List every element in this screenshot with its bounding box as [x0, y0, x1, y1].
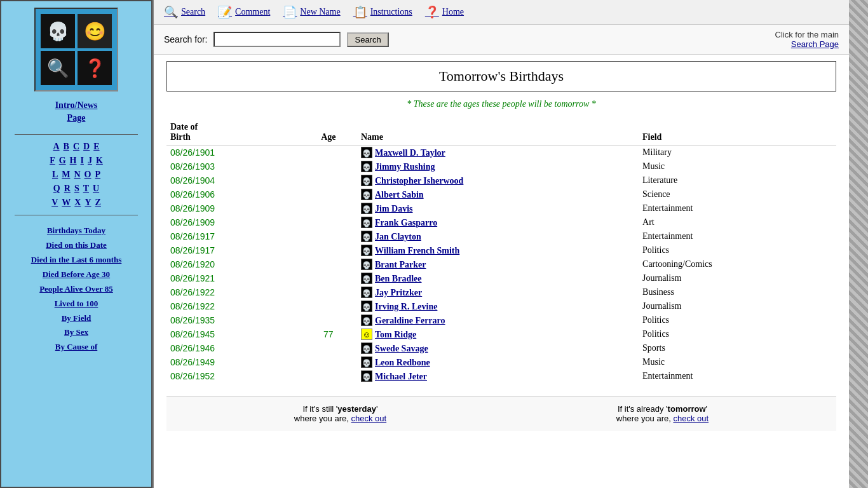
birthday-date: 08/26/1945 [166, 327, 300, 341]
footer-tomorrow-text: If it's already 'tomorrow'where you are,… [616, 404, 709, 423]
person-name-link[interactable]: Leon Redbone [375, 358, 430, 367]
sidebar-by-sex[interactable]: By Sex [64, 327, 88, 338]
alpha-G[interactable]: G [59, 156, 66, 166]
alpha-O[interactable]: O [85, 170, 92, 180]
skull-icon: 💀 [361, 245, 372, 256]
alpha-R[interactable]: R [64, 184, 71, 194]
sidebar-died-in-last-6-months[interactable]: Died in the Last 6 months [31, 255, 122, 266]
page-title: Tomorrow's Birthdays [439, 68, 564, 84]
nav-comment[interactable]: 📝 Comment [218, 5, 270, 19]
alpha-E[interactable]: E [93, 142, 99, 152]
table-row: 08/26/1917💀Jan ClaytonEntertainment [166, 229, 836, 243]
sidebar-by-field[interactable]: By Field [62, 313, 92, 324]
birthday-name-cell: 💀Geraldine Ferraro [357, 313, 639, 327]
birthday-table-body: 08/26/1901💀Maxwell D. TaylorMilitary08/2… [166, 146, 836, 384]
person-name-link[interactable]: Jim Davis [375, 204, 413, 214]
person-name-link[interactable]: William French Smith [375, 246, 459, 255]
birthday-field: Business [639, 285, 836, 299]
table-header-name: Name [357, 119, 639, 146]
table-row: 08/26/1921💀Ben BradleeJournalism [166, 271, 836, 285]
nav-instructions[interactable]: 📋 Instructions [353, 5, 412, 19]
alpha-J[interactable]: J [88, 156, 92, 166]
nav-home[interactable]: ❓ Home [425, 5, 464, 19]
person-name-link[interactable]: Brant Parker [375, 260, 426, 269]
sidebar-by-cause-of[interactable]: By Cause of [55, 342, 97, 353]
alpha-U[interactable]: U [93, 184, 99, 194]
sidebar-birthdays-today[interactable]: Birthdays Today [47, 226, 105, 236]
alpha-C[interactable]: C [73, 142, 79, 152]
person-name-link[interactable]: Albert Sabin [375, 190, 424, 200]
sidebar-divider-1 [15, 134, 138, 135]
person-name-link[interactable]: Jay Pritzker [375, 288, 422, 297]
logo-grid: 💀 😊 🔍 ❓ [34, 8, 118, 92]
alpha-P[interactable]: P [95, 170, 101, 180]
birthday-name-cell: 💀Jay Pritzker [357, 285, 639, 299]
search-input[interactable] [214, 32, 341, 47]
birthday-age [300, 229, 357, 243]
nav-search[interactable]: 🔍 Search [164, 5, 205, 19]
birthday-age [300, 369, 357, 383]
birthday-date: 08/26/1906 [166, 187, 300, 201]
instructions-nav-icon: 📋 [353, 5, 367, 19]
person-name-link[interactable]: Frank Gasparro [375, 218, 437, 227]
search-button[interactable]: Search [347, 32, 388, 47]
birthday-field: Entertainment [639, 229, 836, 243]
person-name-link[interactable]: Jimmy Rushing [375, 162, 435, 172]
main-content: 🔍 Search 📝 Comment 📄 New Name 📋 Instruct… [153, 0, 849, 488]
birthday-age [300, 215, 357, 229]
person-name-link[interactable]: Maxwell D. Taylor [375, 148, 445, 158]
nav-comment-label: Comment [235, 7, 270, 17]
birthday-field: Politics [639, 313, 836, 327]
alpha-Z[interactable]: Z [95, 198, 101, 208]
table-row: 08/26/194577☺Tom RidgePolitics [166, 327, 836, 341]
birthday-name-cell: 💀Frank Gasparro [357, 215, 639, 229]
table-row: 08/26/1922💀Irving R. LevineJournalism [166, 299, 836, 313]
sidebar-died-on-this-date[interactable]: Died on this Date [46, 240, 107, 251]
nav-new-name[interactable]: 📄 New Name [283, 5, 340, 19]
alpha-S[interactable]: S [74, 184, 79, 194]
footer-tomorrow-link[interactable]: check out [673, 414, 709, 423]
alpha-T[interactable]: T [83, 184, 89, 194]
alpha-A[interactable]: A [53, 142, 59, 152]
birthday-age [300, 341, 357, 355]
birthday-date: 08/26/1922 [166, 285, 300, 299]
birthday-table: Date ofBirth Age Name Field 08/26/1901💀M… [166, 119, 836, 383]
intro-news-link[interactable]: Intro/News Page [55, 99, 98, 124]
footer-yesterday-text: If it's still 'yesterday'where you are, … [294, 404, 386, 423]
alpha-L[interactable]: L [52, 170, 58, 180]
footer-yesterday-link[interactable]: check out [351, 414, 386, 423]
skull-icon: 💀 [361, 175, 372, 186]
nav-search-label: Search [181, 7, 205, 17]
search-page-link[interactable]: Search Page [791, 39, 839, 49]
sidebar-lived-to-100[interactable]: Lived to 100 [55, 299, 98, 309]
alpha-F[interactable]: F [50, 156, 55, 166]
alpha-B[interactable]: B [64, 142, 69, 152]
person-name-link[interactable]: Swede Savage [375, 344, 428, 353]
alpha-K[interactable]: K [96, 156, 103, 166]
alpha-H[interactable]: H [70, 156, 77, 166]
alpha-I[interactable]: I [81, 156, 84, 166]
search-for-label: Search for: [164, 34, 207, 44]
alpha-V[interactable]: V [51, 198, 58, 208]
person-name-link[interactable]: Christopher Isherwood [375, 176, 463, 186]
alpha-N[interactable]: N [74, 170, 80, 180]
person-name-link[interactable]: Tom Ridge [375, 330, 416, 339]
sidebar-people-alive-over-85[interactable]: People Alive Over 85 [39, 284, 113, 295]
alpha-X[interactable]: X [74, 198, 81, 208]
alpha-M[interactable]: M [62, 170, 70, 180]
alpha-D[interactable]: D [83, 142, 90, 152]
person-name-link[interactable]: Geraldine Ferraro [375, 316, 445, 325]
person-name-link[interactable]: Michael Jeter [375, 372, 427, 381]
skull-icon: 💀 [361, 301, 372, 312]
person-name-link[interactable]: Jan Clayton [375, 232, 421, 241]
person-name-link[interactable]: Ben Bradlee [375, 274, 422, 283]
alpha-Q[interactable]: Q [53, 184, 60, 194]
alpha-row-3: L M N O P [52, 170, 100, 180]
alpha-W[interactable]: W [62, 198, 71, 208]
birthday-age [300, 173, 357, 187]
birthday-age [300, 313, 357, 327]
birthday-name-cell: 💀Swede Savage [357, 341, 639, 355]
sidebar-died-before-age-30[interactable]: Died Before Age 30 [43, 269, 110, 280]
alpha-Y[interactable]: Y [85, 198, 91, 208]
person-name-link[interactable]: Irving R. Levine [375, 302, 437, 311]
